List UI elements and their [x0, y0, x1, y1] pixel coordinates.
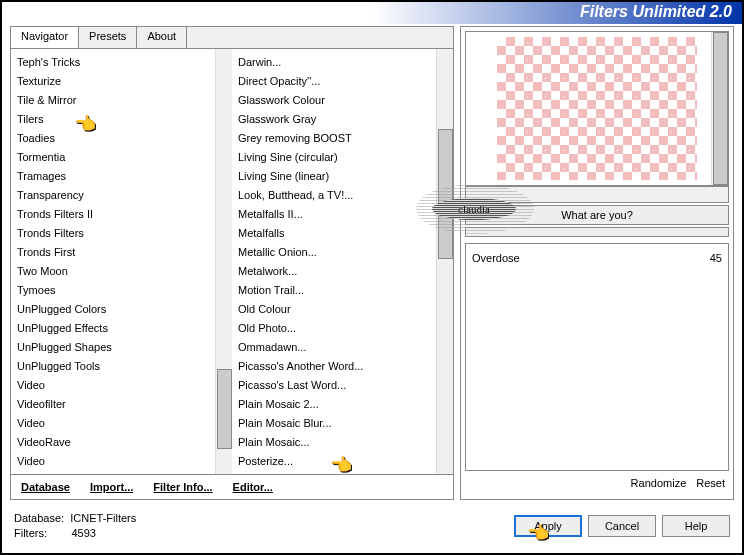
tab-presets[interactable]: Presets	[79, 27, 137, 48]
apply-button[interactable]: Apply	[514, 515, 582, 537]
preview-image	[497, 37, 697, 180]
param-name: Overdose	[472, 252, 520, 264]
cancel-button[interactable]: Cancel	[588, 515, 656, 537]
list-item[interactable]: Living Sine (linear)	[234, 167, 434, 186]
preview-scroll-v[interactable]	[711, 32, 728, 185]
param-row: Overdose45	[472, 250, 722, 266]
list-item[interactable]: UnPlugged Effects	[13, 319, 213, 338]
help-button[interactable]: Help	[662, 515, 730, 537]
list-item[interactable]: Tronds Filters	[13, 224, 213, 243]
list-item[interactable]: UnPlugged Tools	[13, 357, 213, 376]
category-scrollbar[interactable]	[215, 49, 232, 474]
list-item[interactable]: Direct Opacity''...	[234, 72, 434, 91]
list-item[interactable]: Posterize...	[234, 452, 434, 471]
list-item[interactable]: Plain Mosaic 2...	[234, 395, 434, 414]
list-item[interactable]: Teph's Tricks	[13, 53, 213, 72]
list-item[interactable]: Tramages	[13, 167, 213, 186]
list-item[interactable]: Plain Mosaic Blur...	[234, 414, 434, 433]
preview-area	[465, 31, 729, 186]
list-item[interactable]: Metalfalls	[234, 224, 434, 243]
filter-info-button[interactable]: Filter Info...	[153, 481, 212, 493]
list-item[interactable]: Living Sine (circular)	[234, 148, 434, 167]
tab-about[interactable]: About	[137, 27, 187, 48]
list-item[interactable]: Old Photo...	[234, 319, 434, 338]
tab-strip: Navigator Presets About	[11, 27, 453, 49]
app-title: Filters Unlimited 2.0	[580, 3, 732, 21]
list-item[interactable]: Tronds First	[13, 243, 213, 262]
list-item[interactable]: Picasso's Another Word...	[234, 357, 434, 376]
list-item[interactable]: Videofilter	[13, 395, 213, 414]
list-item[interactable]: Visual Manipulation	[13, 471, 213, 474]
tab-navigator[interactable]: Navigator	[11, 27, 79, 48]
database-button[interactable]: Database	[21, 481, 70, 493]
list-item[interactable]: Tormentia	[13, 148, 213, 167]
list-item[interactable]: Video	[13, 376, 213, 395]
navigator-pane: Navigator Presets About Teph's TricksTex…	[10, 26, 454, 500]
list-item[interactable]: Transparency	[13, 186, 213, 205]
navigator-buttons: Database Import... Filter Info... Editor…	[11, 474, 453, 499]
list-item[interactable]: Video	[13, 452, 213, 471]
list-item[interactable]: Plain Mosaic...	[234, 433, 434, 452]
filter-list[interactable]: Darwin...Direct Opacity''...Glasswork Co…	[232, 49, 436, 474]
import-button[interactable]: Import...	[90, 481, 133, 493]
category-list[interactable]: Teph's TricksTexturizeTile & MirrorTiler…	[11, 49, 215, 474]
titlebar: Filters Unlimited 2.0	[2, 2, 742, 24]
editor-button[interactable]: Editor...	[233, 481, 273, 493]
list-item[interactable]: Tilers	[13, 110, 213, 129]
status-text: Database: ICNET-Filters Filters: 4593	[14, 511, 136, 541]
list-item[interactable]: UnPlugged Shapes	[13, 338, 213, 357]
list-item[interactable]: Glasswork Gray	[234, 110, 434, 129]
list-item[interactable]: Metallic Onion...	[234, 243, 434, 262]
list-item[interactable]: Two Moon	[13, 262, 213, 281]
list-item[interactable]: Tile & Mirror	[13, 91, 213, 110]
list-item[interactable]: Toadies	[13, 129, 213, 148]
list-item[interactable]: Glasswork Colour	[234, 91, 434, 110]
list-item[interactable]: Picasso's Last Word...	[234, 376, 434, 395]
list-item[interactable]: Video	[13, 414, 213, 433]
list-item[interactable]: Grey removing BOOST	[234, 129, 434, 148]
list-item[interactable]: Tymoes	[13, 281, 213, 300]
list-item[interactable]: Look, Butthead, a TV!...	[234, 186, 434, 205]
preview-pane: What are you? Overdose45 Randomize Reset	[460, 26, 734, 500]
list-item[interactable]: Metalfalls II...	[234, 205, 434, 224]
list-item[interactable]: Texturize	[13, 72, 213, 91]
list-item[interactable]: Metalwork...	[234, 262, 434, 281]
list-item[interactable]: Tronds Filters II	[13, 205, 213, 224]
list-item[interactable]: UnPlugged Colors	[13, 300, 213, 319]
list-item[interactable]: Old Colour	[234, 300, 434, 319]
footer: Database: ICNET-Filters Filters: 4593 Ap…	[2, 504, 742, 548]
list-item[interactable]: Darwin...	[234, 53, 434, 72]
list-item[interactable]: Ommadawn...	[234, 338, 434, 357]
list-item[interactable]: Rasterline...	[234, 471, 434, 474]
filter-scrollbar[interactable]	[436, 49, 453, 474]
randomize-button[interactable]: Randomize	[631, 477, 687, 489]
list-item[interactable]: Motion Trail...	[234, 281, 434, 300]
param-value: 45	[710, 252, 722, 264]
reset-button[interactable]: Reset	[696, 477, 725, 489]
list-item[interactable]: VideoRave	[13, 433, 213, 452]
watermark: claudia	[432, 198, 516, 220]
params-area: Overdose45	[465, 243, 729, 471]
